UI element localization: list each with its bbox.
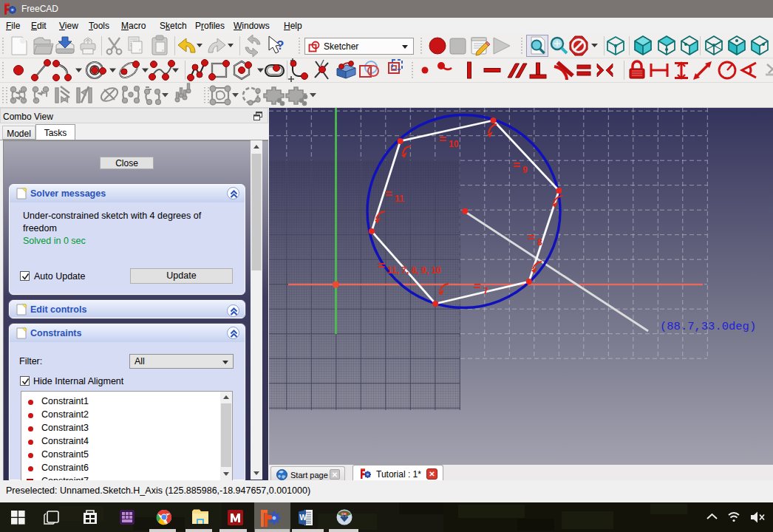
svg-text:11, 7, 8, 9, 10: 11, 7, 8, 9, 10 [387, 265, 441, 276]
svg-text:=: = [513, 158, 520, 172]
svg-text:8: 8 [537, 237, 542, 248]
svg-text:=: = [528, 231, 535, 245]
svg-text:=: = [439, 132, 446, 146]
svg-text:?: ? [276, 38, 284, 52]
svg-text:11: 11 [395, 194, 404, 204]
svg-text:W: W [299, 513, 307, 522]
svg-text:=: = [474, 279, 481, 293]
svg-text:9: 9 [522, 165, 528, 175]
svg-text:10: 10 [449, 139, 459, 149]
svg-text:7: 7 [483, 286, 488, 296]
svg-text:=: = [385, 187, 392, 201]
svg-text:(88.7,33.0deg): (88.7,33.0deg) [660, 320, 756, 333]
svg-text:IDM: IDM [341, 513, 347, 516]
svg-text:=: = [378, 259, 385, 273]
